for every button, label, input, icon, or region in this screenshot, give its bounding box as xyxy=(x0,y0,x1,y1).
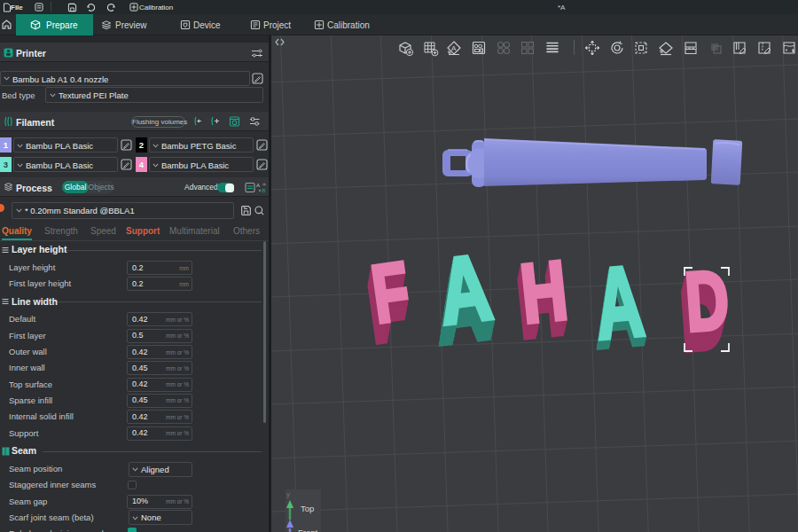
svg-text:B: B xyxy=(262,188,266,193)
svg-text:A: A xyxy=(591,244,648,360)
svg-text:H: H xyxy=(517,243,572,340)
svg-text:A: A xyxy=(256,183,260,188)
